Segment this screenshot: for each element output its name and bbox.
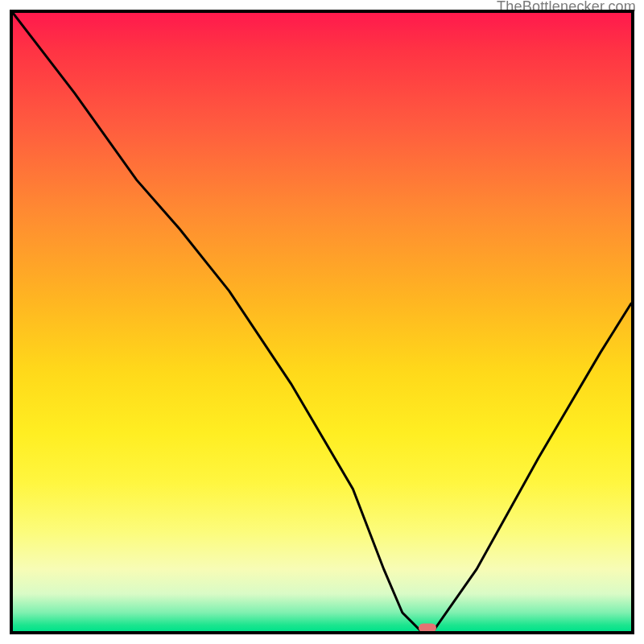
curve-layer xyxy=(13,13,631,631)
plot-area xyxy=(10,10,634,634)
optimal-marker xyxy=(419,624,436,633)
bottleneck-curve xyxy=(13,13,631,631)
bottleneck-chart: TheBottlenecker.com xyxy=(0,0,644,644)
